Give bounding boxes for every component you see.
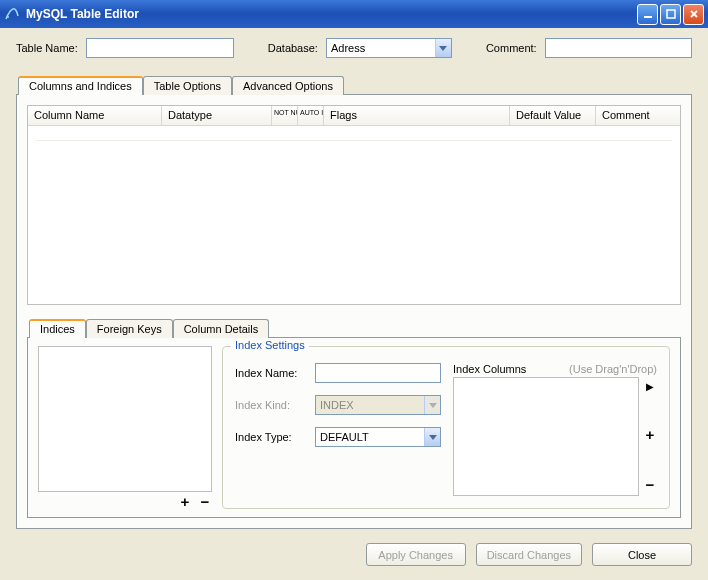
close-window-button[interactable]: [683, 4, 704, 25]
index-type-value: DEFAULT: [316, 431, 424, 443]
index-type-label: Index Type:: [235, 431, 307, 443]
index-name-label: Index Name:: [235, 367, 307, 379]
index-name-input[interactable]: [315, 363, 441, 383]
col-header-datatype[interactable]: Datatype: [162, 106, 272, 125]
close-button[interactable]: Close: [592, 543, 692, 566]
maximize-button[interactable]: [660, 4, 681, 25]
index-kind-label: Index Kind:: [235, 399, 307, 411]
sub-tab-panel: + − Index Settings Index Name:: [27, 337, 681, 518]
col-header-columnname[interactable]: Column Name: [28, 106, 162, 125]
move-button[interactable]: ▶: [646, 381, 654, 392]
svg-rect-1: [644, 16, 652, 18]
database-label: Database:: [268, 42, 318, 54]
tab-table-options[interactable]: Table Options: [143, 76, 232, 95]
index-settings-fieldset: Index Settings Index Name: Index Kind: I…: [222, 346, 670, 509]
comment-label: Comment:: [486, 42, 537, 54]
remove-index-column-button[interactable]: −: [643, 478, 657, 492]
col-header-flags[interactable]: Flags: [324, 106, 510, 125]
apply-changes-button[interactable]: Apply Changes: [366, 543, 466, 566]
index-settings-left: Index Name: Index Kind: INDEX: [235, 363, 441, 496]
tab-columns-indices[interactable]: Columns and Indices: [18, 76, 143, 95]
index-settings-right: Index Columns (Use Drag'n'Drop) ▶ + −: [453, 363, 657, 496]
discard-changes-button[interactable]: Discard Changes: [476, 543, 582, 566]
main-tab-strip: Columns and Indices Table Options Advanc…: [16, 72, 692, 94]
add-index-button[interactable]: +: [178, 495, 192, 509]
sub-tabs: Indices Foreign Keys Column Details + − …: [27, 315, 681, 518]
chevron-down-icon: [435, 39, 451, 57]
tab-column-details[interactable]: Column Details: [173, 319, 270, 338]
col-header-notnull[interactable]: NOT NULL: [272, 106, 298, 125]
app-icon: [4, 6, 20, 22]
columns-grid-header: Column Name Datatype NOT NULL AUTO INC F…: [28, 106, 680, 126]
index-columns-side-controls: ▶ + −: [643, 377, 657, 496]
comment-input[interactable]: [545, 38, 692, 58]
index-columns-label: Index Columns: [453, 363, 526, 375]
minimize-button[interactable]: [637, 4, 658, 25]
index-type-select[interactable]: DEFAULT: [315, 427, 441, 447]
index-kind-select: INDEX: [315, 395, 441, 415]
titlebar: MySQL Table Editor: [0, 0, 708, 28]
footer-buttons: Apply Changes Discard Changes Close: [16, 529, 692, 566]
index-list-controls: + −: [38, 492, 212, 509]
table-name-label: Table Name:: [16, 42, 78, 54]
drag-hint: (Use Drag'n'Drop): [569, 363, 657, 375]
database-value: Adress: [327, 42, 435, 54]
col-header-autoinc[interactable]: AUTO INC: [298, 106, 324, 125]
svg-rect-2: [667, 10, 675, 18]
database-select[interactable]: Adress: [326, 38, 452, 58]
col-header-defaultvalue[interactable]: Default Value: [510, 106, 596, 125]
columns-grid-body[interactable]: [28, 126, 680, 304]
table-name-input[interactable]: [86, 38, 234, 58]
col-header-comment[interactable]: Comment: [596, 106, 680, 125]
index-settings-legend: Index Settings: [231, 339, 309, 351]
svg-point-0: [7, 16, 9, 18]
chevron-down-icon: [424, 428, 440, 446]
index-list[interactable]: [38, 346, 212, 492]
tab-indices[interactable]: Indices: [29, 319, 86, 338]
index-columns-box[interactable]: [453, 377, 639, 496]
content-area: Table Name: Database: Adress Comment: Co…: [0, 28, 708, 580]
window-title: MySQL Table Editor: [26, 7, 635, 21]
chevron-down-icon: [424, 396, 440, 414]
columns-grid[interactable]: Column Name Datatype NOT NULL AUTO INC F…: [27, 105, 681, 305]
tab-foreign-keys[interactable]: Foreign Keys: [86, 319, 173, 338]
main-tabs: Columns and Indices Table Options Advanc…: [16, 72, 692, 529]
index-kind-value: INDEX: [316, 399, 424, 411]
remove-index-button[interactable]: −: [198, 495, 212, 509]
index-list-wrap: + −: [38, 346, 212, 509]
top-form-row: Table Name: Database: Adress Comment:: [16, 38, 692, 58]
tab-advanced-options[interactable]: Advanced Options: [232, 76, 344, 95]
main-tab-panel: Column Name Datatype NOT NULL AUTO INC F…: [16, 94, 692, 529]
add-index-column-button[interactable]: +: [643, 428, 657, 442]
sub-tab-strip: Indices Foreign Keys Column Details: [27, 315, 681, 337]
